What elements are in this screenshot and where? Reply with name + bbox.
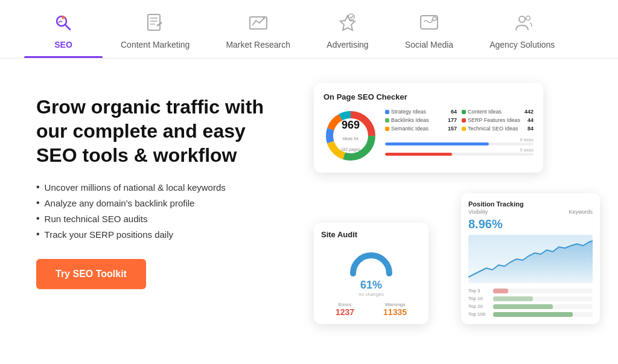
kw-label-top3: Top 3 — [468, 288, 489, 293]
kw-label-top10: Top 10 — [468, 296, 489, 301]
bullet-4: Track your SERP positions daily — [36, 226, 290, 242]
stat-dot-content — [462, 110, 466, 114]
stat-backlinks: Backlinks Ideas 177 — [385, 117, 457, 123]
prog2-label: 5 ideas — [385, 148, 534, 152]
nav-item-market-research[interactable]: Market Research — [208, 0, 308, 58]
warnings-value: 11335 — [383, 307, 407, 317]
stat-dot-semantic — [385, 127, 389, 131]
svg-point-12 — [519, 16, 525, 22]
stat-name-backlinks: Backlinks Ideas — [391, 117, 446, 123]
nav-item-advertising[interactable]: Advertising — [308, 0, 387, 58]
advertising-icon — [336, 11, 360, 35]
stat-name-technical: Technical SEO Ideas — [468, 126, 526, 132]
errors-label: Errors — [336, 302, 354, 307]
kw-bar-fill-top3 — [493, 289, 508, 293]
kw-bar-top10 — [493, 296, 593, 301]
progress-bars: 8 ideas 5 ideas — [385, 138, 534, 156]
kw-top10: Top 10 — [468, 296, 593, 301]
tracking-sub: Visibility Keywords — [468, 209, 593, 215]
keyword-rows: Top 3 Top 10 Top 20 — [468, 288, 593, 317]
errors-value: 1237 — [336, 307, 354, 317]
nav-item-seo[interactable]: SEO — [24, 0, 103, 58]
position-tracking-card: Position Tracking Visibility Keywords 8.… — [461, 193, 600, 324]
donut-number: 969 — [341, 119, 361, 132]
social-media-icon — [417, 11, 441, 35]
main-content: Grow organic traffic with our complete a… — [0, 59, 618, 348]
stat-dot-serp — [462, 118, 466, 123]
agency-solutions-icon — [510, 11, 534, 35]
nav-label-content-marketing: Content Marketing — [121, 40, 190, 49]
audit-percentage: 61% — [321, 279, 421, 292]
audit-sub: no changes — [321, 292, 421, 297]
feature-list: Uncover millions of national & local key… — [36, 179, 290, 242]
stat-serp: SERP Features Ideas 44 — [462, 117, 534, 123]
kw-label-top100: Top 100 — [468, 311, 489, 317]
stat-dot-backlinks — [385, 118, 389, 123]
donut-label: ideas for182 pages — [341, 136, 361, 152]
kw-top3: Top 3 — [468, 288, 593, 293]
hero-section: Grow organic traffic with our complete a… — [36, 83, 290, 289]
tracking-chart — [468, 235, 593, 283]
svg-rect-3 — [148, 14, 160, 30]
stat-val-technical: 84 — [527, 126, 534, 132]
svg-point-11 — [433, 17, 436, 21]
stat-name-semantic: Semantic Ideas — [391, 126, 446, 132]
tracking-title: Position Tracking — [468, 200, 593, 208]
nav-label-social-media: Social Media — [405, 40, 453, 49]
keywords-label: Keywords — [569, 209, 593, 215]
kw-label-top20: Top 20 — [468, 304, 489, 309]
prog2-fill — [385, 153, 452, 156]
kw-top100: Top 100 — [468, 311, 593, 317]
kw-bar-fill-top10 — [493, 296, 533, 301]
market-research-icon — [246, 11, 270, 35]
tracking-visibility: 8.96% — [468, 217, 593, 231]
warnings-label: Warnings — [383, 302, 407, 307]
stat-val-strategy: 64 — [451, 109, 457, 115]
nav-label-advertising: Advertising — [327, 40, 368, 49]
stat-val-backlinks: 177 — [448, 117, 457, 123]
stat-name-content: Content Ideas — [468, 109, 523, 115]
stat-dot-strategy — [385, 110, 389, 114]
seo-checker-title: On Page SEO Checker — [323, 92, 534, 101]
nav-item-social-media[interactable]: Social Media — [387, 0, 471, 58]
svg-point-9 — [348, 14, 354, 20]
stat-dot-technical — [462, 127, 466, 131]
stat-semantic: Semantic Ideas 157 — [385, 126, 457, 132]
cta-button[interactable]: Try SEO Toolkit — [36, 259, 146, 289]
svg-line-1 — [65, 25, 70, 30]
nav-label-agency-solutions: Agency Solutions — [489, 40, 555, 49]
nav-item-agency-solutions[interactable]: Agency Solutions — [471, 0, 573, 58]
kw-top20: Top 20 — [468, 304, 593, 309]
audit-gauge — [321, 246, 421, 276]
kw-bar-fill-top100 — [493, 312, 573, 317]
bullet-2: Analyze any domain's backlink profile — [36, 195, 290, 211]
stat-technical: Technical SEO Ideas 84 — [462, 126, 534, 132]
site-audit-title: Site Audit — [321, 230, 421, 239]
kw-bar-top20 — [493, 304, 593, 309]
audit-warnings: Warnings 11335 — [383, 302, 407, 317]
nav-label-seo: SEO — [54, 40, 72, 49]
seo-stats-grid: Strategy Ideas 64 Content Ideas 442 Back… — [385, 109, 534, 132]
kw-bar-top100 — [493, 312, 593, 317]
stat-name-serp: SERP Features Ideas — [468, 117, 526, 123]
seo-checker-card: On Page SEO Checker — [314, 83, 543, 173]
seo-donut-chart: 969 ideas for182 pages — [323, 109, 378, 163]
bullet-1: Uncover millions of national & local key… — [36, 179, 290, 195]
content-marketing-icon — [143, 11, 167, 35]
bullet-3: Run technical SEO audits — [36, 211, 290, 226]
stat-val-content: 442 — [524, 109, 534, 115]
navigation: SEO Content Marketing Market Research — [0, 0, 618, 59]
seo-icon — [51, 11, 75, 35]
dashboard-preview: On Page SEO Checker — [314, 83, 594, 336]
prog1-label: 8 ideas — [385, 138, 534, 142]
kw-bar-top3 — [493, 289, 593, 293]
stat-content: Content Ideas 442 — [462, 109, 534, 115]
stat-val-serp: 44 — [527, 117, 534, 123]
nav-label-market-research: Market Research — [226, 40, 290, 49]
nav-item-content-marketing[interactable]: Content Marketing — [103, 0, 208, 58]
stat-name-strategy: Strategy Ideas — [391, 109, 449, 115]
hero-title: Grow organic traffic with our complete a… — [36, 95, 290, 167]
audit-stats-row: Errors 1237 Warnings 11335 — [321, 302, 421, 317]
stat-strategy: Strategy Ideas 64 — [385, 109, 457, 115]
kw-bar-fill-top20 — [493, 304, 553, 309]
